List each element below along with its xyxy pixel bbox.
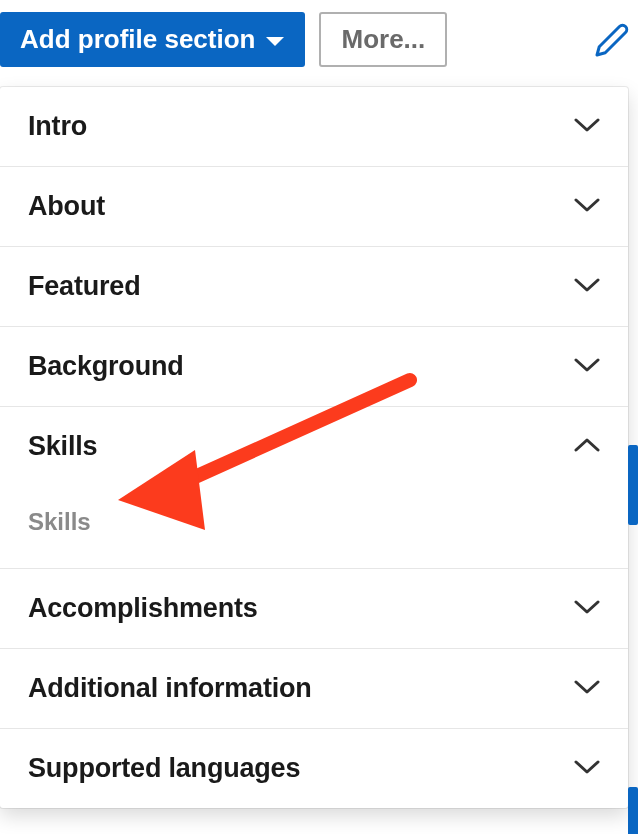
section-label: About: [28, 191, 105, 222]
chevron-down-icon: [574, 358, 600, 376]
section-label: Featured: [28, 271, 140, 302]
add-profile-section-button[interactable]: Add profile section: [0, 12, 305, 67]
section-label: Background: [28, 351, 184, 382]
scroll-indicator: [628, 445, 638, 525]
subitem-skills[interactable]: Skills: [0, 486, 628, 569]
chevron-down-icon: [574, 278, 600, 296]
chevron-down-icon: [574, 198, 600, 216]
toolbar: Add profile section More...: [0, 0, 638, 79]
scroll-indicator: [628, 787, 638, 834]
caret-down-icon: [265, 24, 285, 55]
section-label: Skills: [28, 431, 97, 462]
section-label: Supported languages: [28, 753, 300, 784]
edit-pencil-icon[interactable]: [594, 22, 638, 58]
section-featured[interactable]: Featured: [0, 247, 628, 327]
section-label: Additional information: [28, 673, 312, 704]
profile-section-dropdown: Intro About Featured Background Skills S…: [0, 87, 628, 808]
section-intro[interactable]: Intro: [0, 87, 628, 167]
more-label: More...: [341, 24, 425, 54]
section-label: Accomplishments: [28, 593, 258, 624]
section-supported-languages[interactable]: Supported languages: [0, 729, 628, 808]
chevron-down-icon: [574, 680, 600, 698]
more-button[interactable]: More...: [319, 12, 447, 67]
chevron-down-icon: [574, 118, 600, 136]
chevron-down-icon: [574, 600, 600, 618]
section-skills[interactable]: Skills: [0, 407, 628, 486]
section-additional-information[interactable]: Additional information: [0, 649, 628, 729]
section-accomplishments[interactable]: Accomplishments: [0, 569, 628, 649]
chevron-up-icon: [574, 438, 600, 456]
section-background[interactable]: Background: [0, 327, 628, 407]
chevron-down-icon: [574, 760, 600, 778]
section-about[interactable]: About: [0, 167, 628, 247]
section-label: Intro: [28, 111, 87, 142]
add-profile-section-label: Add profile section: [20, 24, 255, 55]
subitem-label: Skills: [28, 508, 91, 535]
